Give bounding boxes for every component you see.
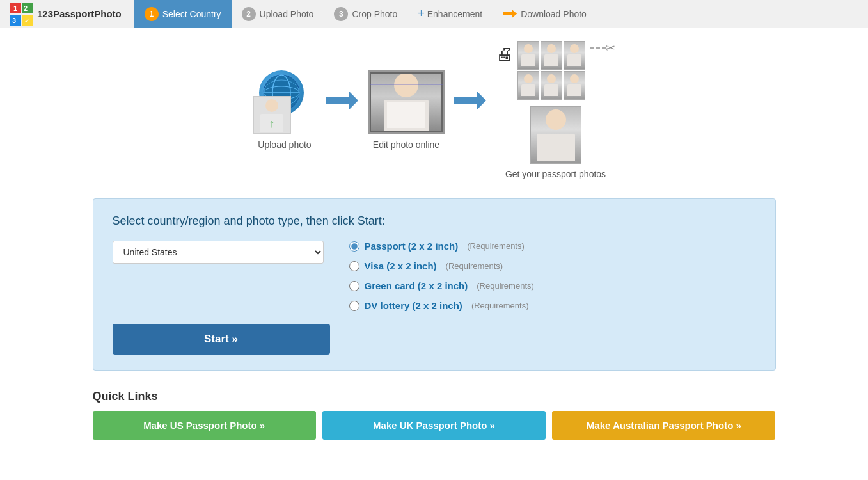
diagram-step1: ↑ Upload photo <box>253 70 317 150</box>
passport-result: 🖨 <box>496 41 615 164</box>
diagram-step2: Edit photo online <box>368 70 445 150</box>
diagram-step3-label: Get your passport photos <box>505 169 606 179</box>
svg-text:2: 2 <box>24 4 28 12</box>
main-content: ↑ Upload photo <box>83 28 786 452</box>
steps-diagram: ↑ Upload photo <box>93 41 776 179</box>
arrow-1 <box>323 88 361 113</box>
selection-heading: Select country/region and photo type, th… <box>113 214 756 228</box>
edit-photo-preview <box>368 70 445 134</box>
passport-label[interactable]: Passport (2 x 2 inch) <box>365 241 459 252</box>
uk-passport-btn[interactable]: Make UK Passport Photo » <box>322 411 546 440</box>
step3-num: 3 <box>334 7 348 21</box>
dv-requirements[interactable]: (Requirements) <box>471 301 529 310</box>
dv-label[interactable]: DV lottery (2 x 2 inch) <box>365 300 462 311</box>
visa-requirements[interactable]: (Requirements) <box>446 261 503 271</box>
upload-img: ↑ <box>253 70 317 134</box>
arrow-2 <box>451 88 489 113</box>
nav-step-3[interactable]: 3 Crop Photo <box>324 0 407 28</box>
diagram-step3: 🖨 <box>496 41 615 179</box>
svg-text:3: 3 <box>12 17 16 24</box>
logo-icon: 1 2 3 ✓ <box>10 3 33 26</box>
visa-label[interactable]: Visa (2 x 2 inch) <box>365 260 437 271</box>
country-select[interactable]: United States Canada United Kingdom Aust… <box>113 241 324 264</box>
passport-radio[interactable] <box>349 241 359 252</box>
step3-label: Crop Photo <box>352 9 397 19</box>
passport-single-photo <box>530 106 581 164</box>
nav-enhancement[interactable]: + Enhancement <box>407 0 493 28</box>
form-row: United States Canada United Kingdom Aust… <box>113 241 756 311</box>
download-arrow-icon <box>503 10 517 18</box>
dv-radio[interactable] <box>349 301 359 311</box>
svg-marker-14 <box>454 91 486 110</box>
radio-visa: Visa (2 x 2 inch) (Requirements) <box>349 260 534 271</box>
enhancement-label: Enhancement <box>427 9 482 19</box>
radio-greencard: Green card (2 x 2 inch) (Requirements) <box>349 280 534 291</box>
passport-requirements[interactable]: (Requirements) <box>467 241 525 251</box>
passport-photo-grid <box>517 41 585 100</box>
radio-dv: DV lottery (2 x 2 inch) (Requirements) <box>349 300 534 311</box>
printer-icon: 🖨 <box>496 44 514 65</box>
logo-area[interactable]: 1 2 3 ✓ 123PassportPhoto <box>10 3 122 26</box>
au-passport-btn[interactable]: Make Australian Passport Photo » <box>552 411 775 440</box>
nav-step-2[interactable]: 2 Upload Photo <box>232 0 324 28</box>
greencard-requirements[interactable]: (Requirements) <box>477 281 534 291</box>
header: 1 2 3 ✓ 123PassportPhoto 1 Select Countr… <box>0 0 868 28</box>
svg-text:1: 1 <box>13 4 17 12</box>
visa-radio[interactable] <box>349 261 359 271</box>
step2-num: 2 <box>242 7 256 21</box>
plus-icon: + <box>418 7 425 20</box>
nav-step-1[interactable]: 1 Select Country <box>134 0 232 28</box>
scissors-icon: ✂ <box>606 41 615 55</box>
quick-links-heading: Quick Links <box>93 390 776 403</box>
greencard-radio[interactable] <box>349 281 359 291</box>
selection-panel: Select country/region and photo type, th… <box>93 198 776 371</box>
nav-download[interactable]: Download Photo <box>493 0 597 28</box>
step1-label: Select Country <box>162 9 221 19</box>
quick-links-row: Make US Passport Photo » Make UK Passpor… <box>93 411 776 440</box>
svg-marker-13 <box>326 91 358 110</box>
diagram-step2-label: Edit photo online <box>373 140 439 150</box>
step1-num: 1 <box>145 7 159 21</box>
us-passport-btn[interactable]: Make US Passport Photo » <box>93 411 316 440</box>
svg-text:✓: ✓ <box>24 17 29 24</box>
logo-text: 123PassportPhoto <box>37 8 122 19</box>
diagram-step1-label: Upload photo <box>258 140 311 150</box>
photo-type-group: Passport (2 x 2 inch) (Requirements) Vis… <box>349 241 534 311</box>
download-label: Download Photo <box>521 9 587 19</box>
country-select-wrapper: United States Canada United Kingdom Aust… <box>113 241 324 264</box>
start-button[interactable]: Start » <box>113 324 330 355</box>
upload-photo-thumb: ↑ <box>253 96 291 134</box>
radio-passport: Passport (2 x 2 inch) (Requirements) <box>349 241 534 252</box>
scissors-area: ✂ <box>590 41 615 55</box>
quick-links-section: Quick Links Make US Passport Photo » Mak… <box>93 390 776 440</box>
greencard-label[interactable]: Green card (2 x 2 inch) <box>365 280 468 291</box>
step2-label: Upload Photo <box>260 9 314 19</box>
